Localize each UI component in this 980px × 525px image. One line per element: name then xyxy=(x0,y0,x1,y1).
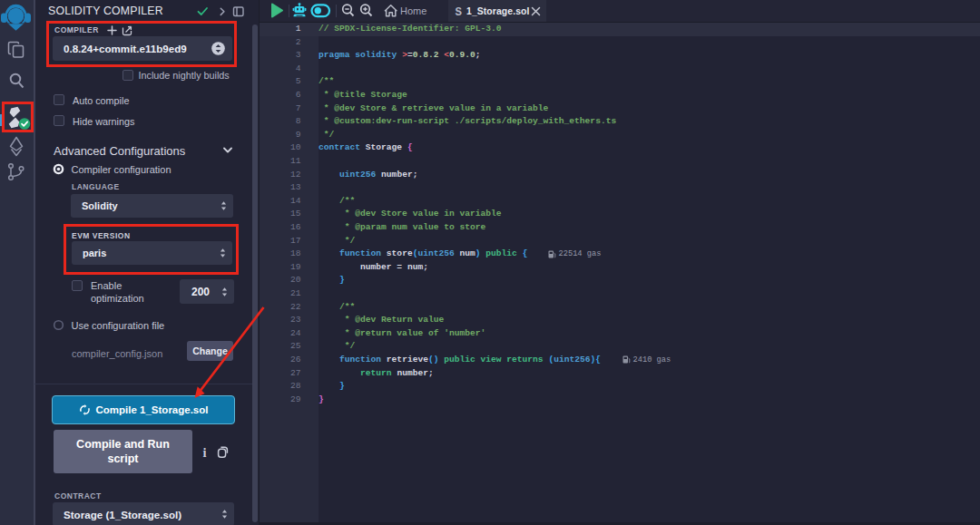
svg-text:S: S xyxy=(455,6,462,18)
